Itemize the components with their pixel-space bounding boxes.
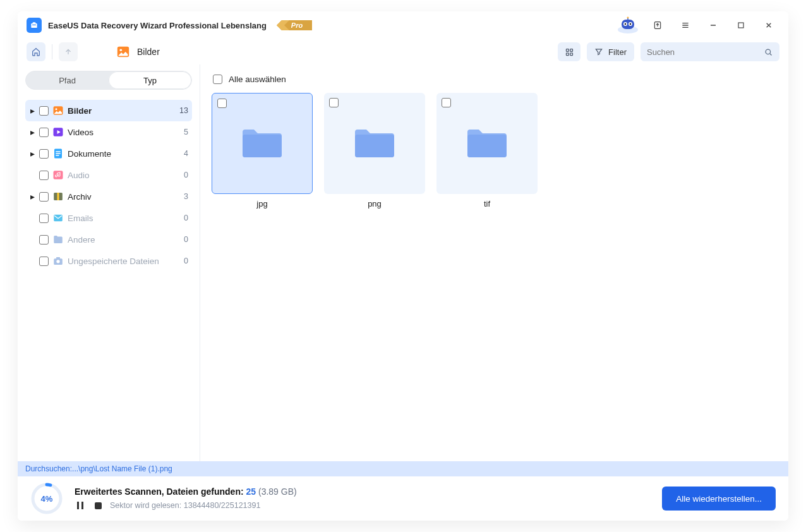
folder-checkbox[interactable] xyxy=(329,98,339,107)
category-name: Videos xyxy=(68,128,180,137)
category-name: Emails xyxy=(68,214,180,223)
home-button[interactable] xyxy=(27,42,45,61)
folder-checkbox[interactable] xyxy=(217,99,227,108)
category-name: Bilder xyxy=(68,106,176,116)
title-bar: EaseUS Data Recovery Wizard Professional… xyxy=(18,11,788,39)
category-count: 13 xyxy=(179,106,188,115)
svg-rect-1 xyxy=(33,22,36,23)
category-checkbox[interactable] xyxy=(39,192,49,202)
category-icon xyxy=(52,191,64,202)
breadcrumb-icon xyxy=(116,44,131,59)
svg-rect-29 xyxy=(56,155,59,156)
search-icon xyxy=(764,47,773,57)
svg-text:Pro: Pro xyxy=(291,21,303,29)
folder-label: jpg xyxy=(212,199,313,209)
category-archiv[interactable]: ▸ Archiv 3 xyxy=(25,186,192,207)
category-videos[interactable]: ▸ Videos 5 xyxy=(25,121,192,143)
svg-rect-28 xyxy=(56,153,61,154)
select-all-checkbox[interactable] xyxy=(213,75,222,84)
chevron-right-icon: ▸ xyxy=(29,191,35,202)
up-button[interactable] xyxy=(59,42,78,61)
filter-icon xyxy=(594,47,603,56)
folder-label: tif xyxy=(436,199,538,209)
category-andere[interactable]: Andere 0 xyxy=(25,229,192,250)
select-all-label: Alle auswählen xyxy=(229,75,286,84)
scan-path-bar: Durchsuchen: ...\png\Lost Name File (1).… xyxy=(18,461,788,476)
main-content: Alle auswählen jpg png tif xyxy=(200,64,788,461)
pause-button[interactable] xyxy=(75,500,86,511)
assistant-icon[interactable] xyxy=(615,16,641,35)
folder-icon xyxy=(352,124,397,162)
category-count: 0 xyxy=(184,214,188,222)
category-checkbox[interactable] xyxy=(39,235,49,245)
search-box[interactable] xyxy=(641,42,779,61)
close-button[interactable] xyxy=(758,15,779,36)
sector-info: Sektor wird gelesen: 13844480/225121391 xyxy=(110,501,260,510)
category-name: Andere xyxy=(68,235,180,245)
app-icon xyxy=(27,18,42,33)
svg-point-24 xyxy=(56,108,57,110)
tab-type[interactable]: Typ xyxy=(109,71,191,89)
category-checkbox[interactable] xyxy=(39,214,49,223)
scan-summary: Erweitertes Scannen, Dateien gefunden: 2… xyxy=(75,487,651,497)
folder-icon xyxy=(465,124,509,162)
folder-checkbox[interactable] xyxy=(442,98,451,107)
svg-rect-37 xyxy=(56,257,60,259)
sidebar: Pfad Typ ▸ Bilder 13▸ Videos 5▸ Dokument… xyxy=(18,64,200,461)
maximize-button[interactable] xyxy=(730,15,752,36)
svg-rect-15 xyxy=(738,23,743,28)
category-name: Ungespeicherte Dateien xyxy=(68,257,180,266)
svg-rect-0 xyxy=(31,23,37,28)
category-checkbox[interactable] xyxy=(39,257,49,266)
grid-view-button[interactable] xyxy=(558,42,580,61)
category-icon xyxy=(52,126,64,138)
category-bilder[interactable]: ▸ Bilder 13 xyxy=(25,100,192,121)
svg-rect-7 xyxy=(622,20,634,29)
svg-rect-21 xyxy=(570,52,572,55)
folder-png[interactable]: png xyxy=(324,93,425,209)
toolbar: Bilder Filter xyxy=(18,39,788,64)
category-name: Audio xyxy=(68,171,180,180)
search-input[interactable] xyxy=(647,47,759,57)
category-name: Archiv xyxy=(68,192,180,202)
category-count: 0 xyxy=(184,235,188,244)
svg-rect-42 xyxy=(95,502,102,509)
category-dokumente[interactable]: ▸ Dokumente 4 xyxy=(25,143,192,164)
category-checkbox[interactable] xyxy=(39,106,49,116)
filter-button[interactable]: Filter xyxy=(587,42,634,61)
category-checkbox[interactable] xyxy=(39,149,49,159)
footer: 4% Erweitertes Scannen, Dateien gefunden… xyxy=(18,476,788,521)
filter-label: Filter xyxy=(608,47,627,57)
folder-jpg[interactable]: jpg xyxy=(212,93,313,209)
category-emails[interactable]: Emails 0 xyxy=(25,207,192,229)
category-icon xyxy=(52,234,64,245)
svg-point-11 xyxy=(630,23,632,25)
svg-rect-19 xyxy=(570,49,572,51)
svg-point-36 xyxy=(56,260,59,263)
svg-point-22 xyxy=(766,49,771,54)
folder-label: png xyxy=(324,199,425,209)
tab-path[interactable]: Pfad xyxy=(26,71,109,89)
svg-point-10 xyxy=(625,23,627,25)
category-audio[interactable]: Audio 0 xyxy=(25,164,192,186)
svg-rect-40 xyxy=(77,502,79,509)
category-ungespeicherte dateien[interactable]: Ungespeicherte Dateien 0 xyxy=(25,250,192,272)
svg-rect-41 xyxy=(81,502,83,509)
category-count: 3 xyxy=(184,192,188,201)
menu-icon[interactable] xyxy=(675,15,696,36)
category-count: 0 xyxy=(184,171,188,179)
folder-icon xyxy=(240,124,284,162)
share-icon[interactable] xyxy=(647,15,668,36)
category-tree: ▸ Bilder 13▸ Videos 5▸ Dokumente 4 Audio… xyxy=(25,100,192,272)
pro-badge: Pro xyxy=(277,19,312,32)
category-checkbox[interactable] xyxy=(39,171,49,180)
select-all-row[interactable]: Alle auswählen xyxy=(212,73,777,93)
category-count: 0 xyxy=(184,257,188,265)
sidebar-tabs: Pfad Typ xyxy=(25,71,192,90)
recover-all-button[interactable]: Alle wiederherstellen... xyxy=(662,487,776,511)
folder-tif[interactable]: tif xyxy=(436,93,538,209)
category-checkbox[interactable] xyxy=(39,128,49,137)
minimize-button[interactable] xyxy=(702,15,724,36)
category-icon xyxy=(52,255,64,267)
stop-button[interactable] xyxy=(92,500,104,511)
